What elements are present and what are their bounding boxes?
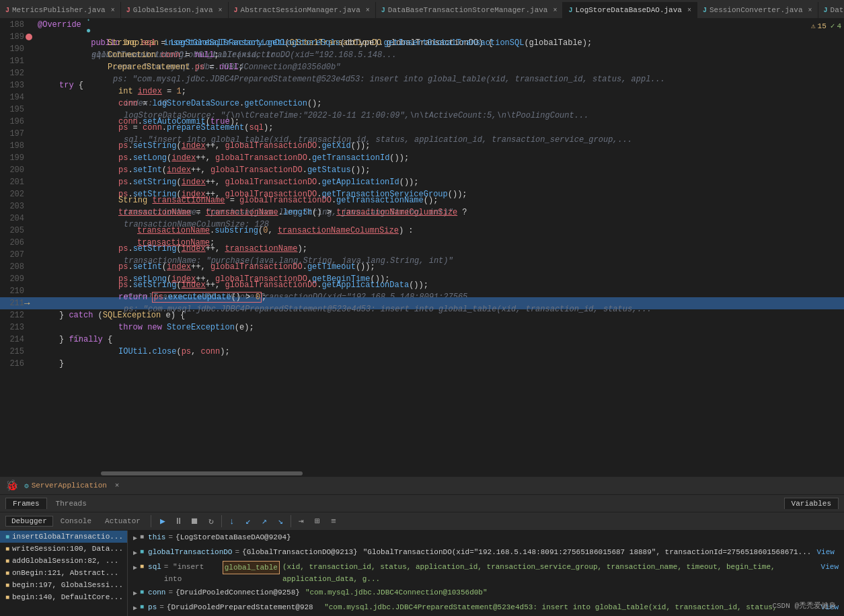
expand-icon: ▶ xyxy=(133,547,137,560)
gutter-189 xyxy=(24,34,35,40)
call-stack-list: ■ insertGlobalTransactio... ■ writeSessi… xyxy=(0,531,127,616)
expand-icon: ▶ xyxy=(133,588,137,600)
tab-close-icon[interactable]: × xyxy=(366,7,370,14)
tab-database-transaction[interactable]: J DataBaseTransactionStoreManager.java × xyxy=(376,2,564,18)
var-item-ps[interactable]: ▶ ■ ps = {DruidPooledPreparedStatement@9… xyxy=(128,601,844,616)
resume-button[interactable]: ▶ xyxy=(155,514,170,529)
run-to-cursor-button[interactable]: ↘ xyxy=(273,514,288,529)
warning-icon: ⚠ xyxy=(811,22,816,30)
debugger-tab[interactable]: Debugger xyxy=(5,516,53,527)
pause-button[interactable]: ⏸ xyxy=(171,514,186,529)
var-item-conn[interactable]: ▶ ■ conn = {DruidPooledConnection@9258} … xyxy=(128,586,844,601)
debug-tabs-left: Frames Threads xyxy=(5,498,94,509)
frame-icon-5: ■ xyxy=(5,594,9,601)
java-icon: J xyxy=(824,7,828,14)
str-icon: ■ xyxy=(140,561,144,573)
tab-database-session[interactable]: J DataBaseSessionManager... × xyxy=(818,2,844,18)
debug-app-label: ⚙ ServerApplication xyxy=(24,482,107,490)
java-icon: J xyxy=(5,7,9,14)
tab-close-icon[interactable]: × xyxy=(687,7,691,14)
debug-session-close[interactable]: × xyxy=(115,482,120,490)
server-app-icon: ⚙ xyxy=(24,482,29,490)
this-type-icon: ■ xyxy=(140,531,144,543)
var-item-sql[interactable]: ▶ ■ sql = "insert into global_table (xid… xyxy=(128,560,844,586)
console-tab[interactable]: Console xyxy=(54,516,98,527)
warning-badge: ⚠ 15 xyxy=(811,22,827,30)
frame-item-2[interactable]: ■ addGlobalSession:82, ... xyxy=(0,555,127,567)
frame-icon-4: ■ xyxy=(5,582,9,589)
editor-warnings: ⚠ 15 ✓ 4 xyxy=(811,22,841,30)
tab-abstract-session[interactable]: J AbstractSessionManager.java × xyxy=(229,2,376,18)
debug-tab-frames[interactable]: Frames xyxy=(5,498,47,509)
frame-icon-1: ■ xyxy=(5,545,9,553)
java-icon: J xyxy=(568,7,572,14)
step-into-button[interactable]: ↙ xyxy=(241,514,256,529)
view-link[interactable]: View xyxy=(816,546,834,558)
expand-icon: ▶ xyxy=(133,533,137,545)
debugger-tabs-top: Debugger Console Actuator xyxy=(5,516,147,527)
debug-panel: ■ insertGlobalTransactio... ■ writeSessi… xyxy=(0,531,844,616)
tab-log-store[interactable]: J LogStoreDataBaseDAO.java × xyxy=(563,2,697,18)
debug-tab-threads[interactable]: Threads xyxy=(48,498,94,509)
tab-close-icon[interactable]: × xyxy=(219,7,223,14)
frame-item-0[interactable]: ■ insertGlobalTransactio... xyxy=(0,531,127,543)
view-link[interactable]: View xyxy=(821,561,839,573)
gutter-211: → xyxy=(24,297,35,309)
tab-close-icon[interactable]: × xyxy=(111,7,115,14)
frame-item-3[interactable]: ■ onBegin:121, Abstract... xyxy=(0,567,127,579)
step-over-button[interactable]: ↓ xyxy=(225,514,239,529)
code-line-211: 211 → return ps.executeUpdate() > 0; ps:… xyxy=(0,297,844,309)
debug-toolbar: Debugger Console Actuator ▶ ⏸ ⏹ ↻ ↓ ↙ ↗ … xyxy=(0,512,844,531)
tab-close-icon[interactable]: × xyxy=(808,7,812,14)
debug-bar: 🐞 ⚙ ServerApplication × xyxy=(0,476,844,495)
java-icon: J xyxy=(381,7,385,14)
var-item-this[interactable]: ▶ ■ this = {LogStoreDataBaseDAO@9204} xyxy=(128,531,844,545)
ok-badge: ✓ 4 xyxy=(831,22,841,30)
debug-tab-variables[interactable]: Variables xyxy=(784,498,839,509)
debug-section-tabs: Frames Threads Variables xyxy=(0,495,844,512)
frame-item-1[interactable]: ■ writeSession:100, Data... xyxy=(0,543,127,555)
code-line-215: 215 IOUtil.close(ps, conn); xyxy=(0,346,844,358)
java-icon: J xyxy=(234,7,238,14)
var-item-global-txn[interactable]: ▶ ■ globalTransactionDO = {GlobalTransac… xyxy=(128,545,844,560)
expand-icon: ▶ xyxy=(133,603,137,615)
debug-icon: 🐞 xyxy=(5,479,19,492)
frame-icon-0: ■ xyxy=(5,533,9,541)
horizontal-scrollbar[interactable] xyxy=(0,471,844,476)
csdn-watermark: CSDN @禿禿爱健身 xyxy=(772,601,836,611)
check-icon: ✓ xyxy=(831,22,835,30)
obj-icon: ■ xyxy=(140,601,144,613)
tab-global-session[interactable]: J GlobalSession.java × xyxy=(121,2,229,18)
code-line-216: 216 } xyxy=(0,358,844,370)
step-out-button[interactable]: ↗ xyxy=(257,514,272,529)
code-line-213: 213 throw new StoreException(e); xyxy=(0,321,844,334)
frame-icon-3: ■ xyxy=(5,570,9,577)
java-icon: J xyxy=(703,7,707,14)
tab-session-converter[interactable]: J SessionConverter.java × xyxy=(697,2,818,18)
obj-icon: ■ xyxy=(140,586,144,599)
more-button[interactable]: ≡ xyxy=(326,514,341,529)
tab-bar: J MetricsPublisher.java × J GlobalSessio… xyxy=(0,0,844,19)
debug-tabs-right: Variables xyxy=(784,498,839,509)
rerun-button[interactable]: ↻ xyxy=(204,514,219,529)
obj-icon: ■ xyxy=(140,546,144,558)
debug-call-stack: ■ insertGlobalTransactio... ■ writeSessi… xyxy=(0,531,128,616)
frame-icon-2: ■ xyxy=(5,557,9,565)
java-icon: J xyxy=(126,7,130,14)
code-editor: ⚠ 15 ✓ 4 188 @Override 189 xyxy=(0,19,844,476)
stop-button[interactable]: ⏹ xyxy=(188,514,202,529)
sql-highlight: global_table xyxy=(223,561,280,574)
tab-close-icon[interactable]: × xyxy=(553,7,557,14)
debug-variables: ▶ ■ this = {LogStoreDataBaseDAO@9204} ▶ … xyxy=(128,531,844,616)
code-container: 188 @Override 189 ↓ ● public boolean ins… xyxy=(0,19,844,471)
frame-item-5[interactable]: ■ begin:140, DefaultCore... xyxy=(0,591,127,603)
evaluate-button[interactable]: ⇥ xyxy=(294,514,309,529)
frame-item-4[interactable]: ■ begin:197, GlobalSessi... xyxy=(0,579,127,591)
actuator-tab[interactable]: Actuator xyxy=(99,516,147,527)
scrollbar-thumb[interactable] xyxy=(101,471,303,475)
watches-button[interactable]: ⊞ xyxy=(310,514,325,529)
tab-metrics-publisher[interactable]: J MetricsPublisher.java × xyxy=(0,2,121,18)
expand-icon: ▶ xyxy=(133,562,137,574)
